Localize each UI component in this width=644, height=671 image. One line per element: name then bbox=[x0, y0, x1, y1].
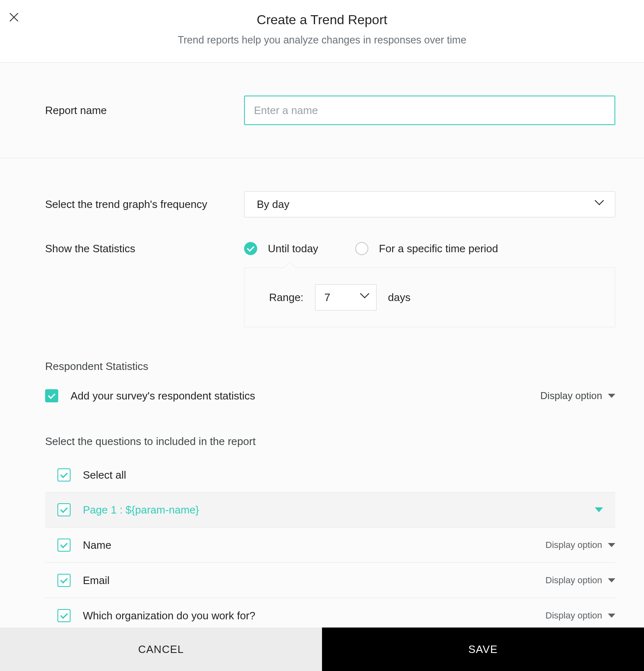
report-name-panel: Report name bbox=[0, 63, 644, 158]
radio-until-today-label: Until today bbox=[268, 242, 318, 255]
questions-heading: Select the questions to included in the … bbox=[45, 435, 615, 448]
display-option-label: Display option bbox=[540, 390, 602, 402]
respondent-stats-checkbox[interactable] bbox=[45, 389, 58, 402]
question-row: Email Display option bbox=[45, 563, 615, 598]
radio-unchecked-icon bbox=[355, 242, 368, 255]
question-checkbox[interactable] bbox=[57, 609, 71, 622]
question-display-option[interactable]: Display option bbox=[546, 610, 615, 621]
report-name-label: Report name bbox=[0, 104, 244, 117]
respondent-stats-display-option[interactable]: Display option bbox=[540, 390, 615, 402]
page-header-row[interactable]: Page 1 : ${param-name} bbox=[45, 492, 615, 527]
question-display-option[interactable]: Display option bbox=[546, 540, 615, 550]
respondent-stats-label: Add your survey's respondent statistics bbox=[71, 390, 255, 402]
page-checkbox[interactable] bbox=[57, 503, 71, 516]
display-option-label: Display option bbox=[546, 575, 602, 586]
range-select[interactable]: 7 bbox=[315, 284, 377, 310]
question-label: Which organization do you work for? bbox=[83, 609, 256, 622]
range-unit: days bbox=[388, 291, 411, 304]
caret-down-icon bbox=[608, 394, 615, 398]
caret-down-icon bbox=[595, 507, 603, 512]
report-name-input[interactable] bbox=[244, 96, 615, 125]
question-display-option[interactable]: Display option bbox=[546, 575, 615, 586]
radio-checked-icon bbox=[244, 242, 257, 255]
chevron-down-icon bbox=[596, 198, 603, 211]
cancel-button[interactable]: CANCEL bbox=[0, 628, 322, 671]
display-option-label: Display option bbox=[546, 540, 602, 550]
select-all-row: Select all bbox=[45, 464, 615, 492]
chevron-down-icon bbox=[361, 291, 368, 304]
display-option-label: Display option bbox=[546, 610, 602, 621]
dialog-title: Create a Trend Report bbox=[0, 12, 644, 27]
question-checkbox[interactable] bbox=[57, 539, 71, 552]
range-label: Range: bbox=[269, 291, 304, 304]
question-label: Name bbox=[83, 539, 111, 552]
cancel-button-label: CANCEL bbox=[138, 643, 184, 656]
select-all-checkbox[interactable] bbox=[57, 468, 71, 482]
caret-down-icon bbox=[608, 543, 615, 547]
close-icon[interactable] bbox=[8, 11, 20, 23]
select-all-label: Select all bbox=[83, 469, 126, 482]
page-header-label: Page 1 : ${param-name} bbox=[83, 504, 199, 516]
frequency-select[interactable]: By day bbox=[244, 191, 615, 217]
caret-down-icon bbox=[608, 578, 615, 582]
caret-down-icon bbox=[608, 614, 615, 618]
save-button[interactable]: SAVE bbox=[322, 628, 644, 671]
settings-section: Select the trend graph's frequency By da… bbox=[0, 158, 644, 671]
dialog-subtitle: Trend reports help you analyze changes i… bbox=[0, 34, 644, 46]
radio-specific-period-label: For a specific time period bbox=[379, 242, 498, 255]
respondent-stats-heading: Respondent Statistics bbox=[45, 360, 615, 373]
frequency-selected-value: By day bbox=[257, 198, 290, 211]
question-checkbox[interactable] bbox=[57, 574, 71, 587]
range-box: Range: 7 days bbox=[244, 267, 615, 327]
question-list: Select all Page 1 : ${param-name} Name D… bbox=[45, 464, 615, 633]
question-row: Name Display option bbox=[45, 527, 615, 563]
dialog-header: Create a Trend Report Trend reports help… bbox=[0, 0, 644, 63]
range-value: 7 bbox=[324, 291, 330, 304]
question-label: Email bbox=[83, 574, 110, 587]
dialog-footer: CANCEL SAVE bbox=[0, 628, 644, 671]
statistics-label: Show the Statistics bbox=[45, 242, 244, 255]
save-button-label: SAVE bbox=[468, 643, 498, 656]
radio-specific-period[interactable]: For a specific time period bbox=[355, 242, 498, 255]
frequency-label: Select the trend graph's frequency bbox=[45, 198, 244, 211]
radio-until-today[interactable]: Until today bbox=[244, 242, 318, 255]
